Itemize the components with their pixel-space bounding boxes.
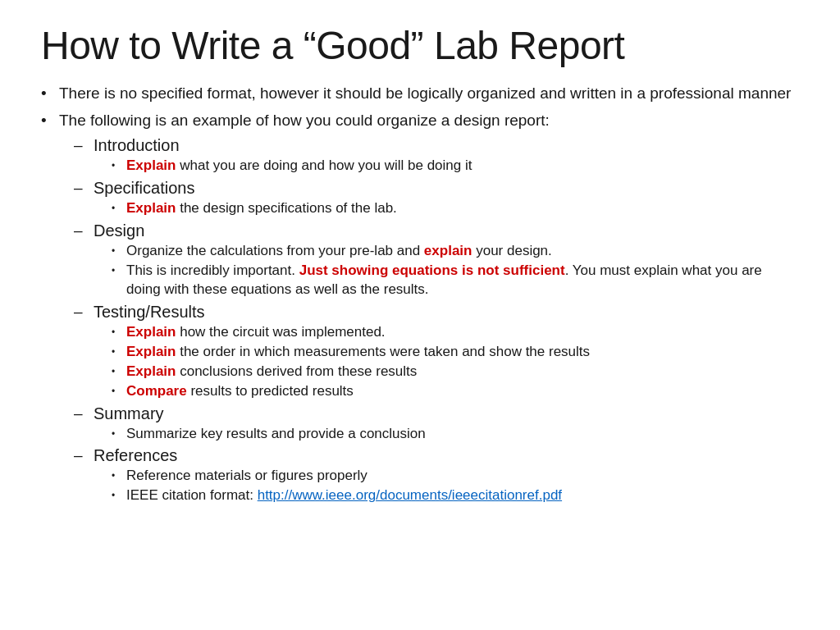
spec-text: the design specifications of the lab.	[176, 200, 396, 216]
section-introduction: Introduction Explain what you are doing …	[74, 135, 799, 176]
main-list: There is no specified format, however it…	[41, 83, 799, 506]
section-testing: Testing/Results Explain how the circuit …	[74, 301, 799, 401]
specifications-items: Explain the design specifications of the…	[112, 199, 799, 218]
summary-items: Summarize key results and provide a conc…	[112, 425, 799, 444]
summary-text: Summarize key results and provide a conc…	[126, 426, 426, 441]
references-items: Reference materials or figures properly …	[112, 467, 799, 505]
section-specifications: Specifications Explain the design specif…	[74, 177, 799, 218]
bullet-1: There is no specified format, however it…	[41, 83, 799, 104]
explain-circuit: Explain	[126, 324, 176, 340]
testing-item-3: Explain conclusions derived from these r…	[112, 363, 799, 381]
bullet-2-text: The following is an example of how you c…	[59, 112, 550, 129]
design-text-2a: This is incredibly important.	[126, 262, 299, 278]
explain-spec: Explain	[126, 200, 176, 216]
introduction-items: Explain what you are doing and how you w…	[112, 157, 799, 176]
section-design-label: Design	[94, 221, 144, 240]
section-summary: Summary Summarize key results and provid…	[74, 403, 799, 444]
references-item-2: IEEE citation format: http://www.ieee.or…	[112, 486, 799, 505]
specifications-item-1: Explain the design specifications of the…	[112, 199, 799, 218]
section-design: Design Organize the calculations from yo…	[74, 220, 799, 299]
order-text: the order in which measurements were tak…	[176, 344, 590, 359]
just-showing-text: Just showing equations is not sufficient	[299, 262, 565, 278]
explain-conclusions: Explain	[126, 363, 176, 379]
explain-intro: Explain	[126, 158, 176, 173]
testing-item-4: Compare results to predicted results	[112, 382, 799, 401]
explain-design: explain	[424, 243, 472, 258]
section-summary-label: Summary	[94, 404, 164, 422]
intro-text: what you are doing and how you will be d…	[176, 158, 472, 173]
compare-label: Compare	[126, 383, 187, 399]
bullet-1-text: There is no specified format, however it…	[59, 84, 791, 102]
testing-item-2: Explain the order in which measurements …	[112, 343, 799, 362]
conclusions-text: conclusions derived from these results	[176, 363, 417, 379]
section-specifications-label: Specifications	[94, 179, 194, 197]
section-references-label: References	[94, 446, 177, 464]
page-title: How to Write a “Good” Lab Report	[41, 25, 799, 68]
circuit-text: how the circuit was implemented.	[176, 324, 385, 340]
introduction-item-1: Explain what you are doing and how you w…	[112, 157, 799, 176]
references-text-1: Reference materials or figures properly	[126, 468, 368, 483]
explain-order: Explain	[126, 344, 176, 359]
bullet-2: The following is an example of how you c…	[41, 110, 799, 505]
design-item-2: This is incredibly important. Just showi…	[112, 262, 799, 299]
design-text-1b: your design.	[472, 243, 551, 258]
ieee-label: IEEE citation format:	[126, 487, 258, 503]
compare-text: results to predicted results	[187, 383, 354, 399]
ieee-link[interactable]: http://www.ieee.org/documents/ieeecitati…	[258, 487, 562, 503]
testing-items: Explain how the circuit was implemented.…	[112, 323, 799, 401]
design-items: Organize the calculations from your pre-…	[112, 242, 799, 299]
summary-item-1: Summarize key results and provide a conc…	[112, 425, 799, 444]
design-text-1: Organize the calculations from your pre-…	[126, 243, 424, 258]
section-introduction-label: Introduction	[94, 136, 180, 154]
design-item-1: Organize the calculations from your pre-…	[112, 242, 799, 261]
testing-item-1: Explain how the circuit was implemented.	[112, 323, 799, 342]
sections-list: Introduction Explain what you are doing …	[74, 135, 799, 505]
references-item-1: Reference materials or figures properly	[112, 467, 799, 486]
section-references: References Reference materials or figure…	[74, 445, 799, 505]
section-testing-label: Testing/Results	[94, 303, 205, 321]
